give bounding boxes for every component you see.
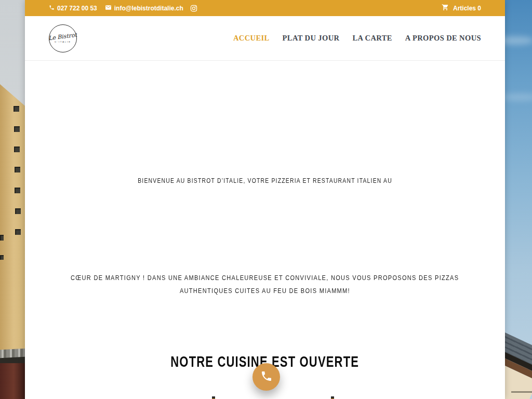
phone-icon	[49, 5, 55, 12]
building-window	[14, 147, 20, 152]
cloud	[505, 36, 532, 45]
content-sheet: 027 722 00 53 info@lebistrotditalie.ch A…	[25, 0, 505, 399]
building-window	[14, 126, 20, 132]
page: 027 722 00 53 info@lebistrotditalie.ch A…	[0, 0, 532, 399]
cutoff-text-fragment	[331, 396, 334, 399]
body-text-line2: AUTHENTIQUES CUITES AU FEU DE BOIS MIAMM…	[25, 284, 505, 297]
logo-script-text: Le Bistrot	[48, 32, 77, 41]
building-window	[14, 106, 19, 112]
background-photo-left	[0, 0, 25, 399]
site-header: Le Bistrot D’ITALIE ACCUEIL PLAT DU JOUR…	[25, 16, 505, 61]
intro-text: BIENVENUE AU BISTROT D’ITALIE, VOTRE PIZ…	[25, 177, 505, 184]
building-window	[0, 255, 4, 260]
background-photo-right	[505, 0, 532, 399]
nav-item-plat-du-jour[interactable]: PLAT DU JOUR	[283, 34, 340, 43]
cart-button[interactable]: Articles 0	[442, 4, 481, 12]
lower-building	[0, 363, 25, 399]
cart-icon	[442, 4, 449, 12]
cloud	[505, 94, 532, 101]
building-window	[15, 229, 21, 235]
topbar-phone-link[interactable]: 027 722 00 53	[49, 5, 97, 12]
call-fab-button[interactable]	[252, 363, 280, 391]
topbar: 027 722 00 53 info@lebistrotditalie.ch A…	[25, 0, 505, 16]
topbar-phone-number: 027 722 00 53	[57, 5, 97, 12]
wall-line	[511, 391, 532, 393]
building-facade	[0, 84, 25, 355]
body-text-line1: CŒUR DE MARTIGNY ! DANS UNE AMBIANCE CHA…	[25, 271, 505, 284]
body-text: CŒUR DE MARTIGNY ! DANS UNE AMBIANCE CHA…	[25, 271, 505, 297]
cart-label: Articles 0	[453, 5, 481, 12]
nav-item-accueil[interactable]: ACCUEIL	[233, 34, 270, 43]
site-logo[interactable]: Le Bistrot D’ITALIE	[49, 24, 77, 52]
nav-item-a-propos[interactable]: A PROPOS DE NOUS	[405, 34, 481, 43]
topbar-email-text: info@lebistrotditalie.ch	[114, 5, 183, 12]
nav-item-la-carte[interactable]: LA CARTE	[352, 34, 392, 43]
building-window	[0, 235, 4, 241]
building-window	[15, 188, 20, 193]
topbar-email-link[interactable]: info@lebistrotditalie.ch	[105, 4, 183, 12]
main-nav: ACCUEIL PLAT DU JOUR LA CARTE A PROPOS D…	[233, 34, 481, 43]
email-icon	[105, 4, 112, 12]
instagram-icon[interactable]	[190, 5, 197, 12]
building-window	[15, 208, 21, 214]
cutoff-text-fragment	[212, 396, 215, 399]
building-window	[15, 167, 20, 172]
phone-handset-icon	[260, 370, 273, 384]
